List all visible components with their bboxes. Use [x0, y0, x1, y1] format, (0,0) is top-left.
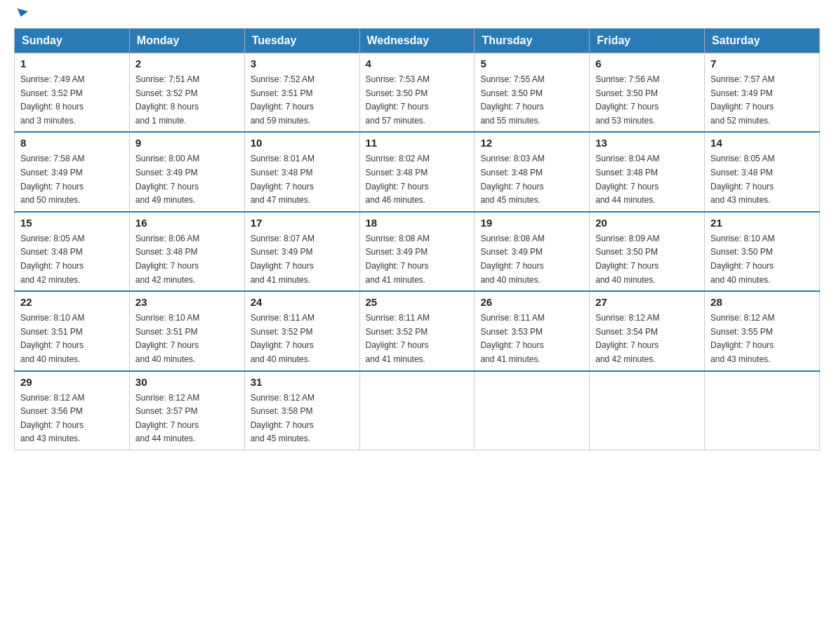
day-number: 24	[251, 296, 354, 308]
day-number: 9	[135, 137, 239, 149]
day-number: 6	[595, 58, 699, 69]
day-number: 11	[366, 137, 469, 149]
calendar-cell: 23 Sunrise: 8:10 AMSunset: 3:51 PMDaylig…	[129, 291, 244, 370]
day-info: Sunrise: 8:10 AMSunset: 3:51 PMDaylight:…	[135, 313, 199, 364]
calendar-cell	[359, 371, 475, 450]
day-info: Sunrise: 7:57 AMSunset: 3:49 PMDaylight:…	[710, 74, 774, 126]
day-number: 29	[20, 376, 124, 388]
calendar-cell: 6 Sunrise: 7:56 AMSunset: 3:50 PMDayligh…	[590, 53, 705, 133]
day-number: 30	[135, 376, 239, 388]
day-number: 1	[20, 58, 124, 69]
weekday-header-wednesday: Wednesday	[359, 29, 475, 53]
day-number: 28	[710, 296, 814, 308]
calendar-week-row: 8 Sunrise: 7:58 AMSunset: 3:49 PMDayligh…	[15, 132, 820, 211]
day-info: Sunrise: 8:12 AMSunset: 3:54 PMDaylight:…	[595, 313, 659, 364]
calendar-cell: 18 Sunrise: 8:08 AMSunset: 3:49 PMDaylig…	[359, 212, 475, 291]
day-info: Sunrise: 8:08 AMSunset: 3:49 PMDaylight:…	[480, 234, 544, 285]
calendar-cell: 29 Sunrise: 8:12 AMSunset: 3:56 PMDaylig…	[15, 371, 130, 450]
day-info: Sunrise: 8:04 AMSunset: 3:48 PMDaylight:…	[595, 154, 659, 205]
calendar-cell: 4 Sunrise: 7:53 AMSunset: 3:50 PMDayligh…	[359, 53, 475, 133]
calendar-cell: 9 Sunrise: 8:00 AMSunset: 3:49 PMDayligh…	[129, 132, 244, 211]
day-number: 2	[135, 58, 239, 69]
day-number: 12	[480, 137, 583, 149]
weekday-header-saturday: Saturday	[705, 29, 820, 53]
day-info: Sunrise: 8:05 AMSunset: 3:48 PMDaylight:…	[710, 154, 774, 205]
calendar-cell: 8 Sunrise: 7:58 AMSunset: 3:49 PMDayligh…	[15, 132, 130, 211]
day-info: Sunrise: 7:52 AMSunset: 3:51 PMDaylight:…	[251, 74, 315, 126]
weekday-header-monday: Monday	[129, 29, 244, 53]
day-number: 21	[710, 217, 814, 229]
calendar-cell	[475, 371, 590, 450]
day-info: Sunrise: 7:51 AMSunset: 3:52 PMDaylight:…	[135, 74, 199, 126]
calendar-cell: 10 Sunrise: 8:01 AMSunset: 3:48 PMDaylig…	[244, 132, 359, 211]
day-info: Sunrise: 8:06 AMSunset: 3:48 PMDaylight:…	[135, 234, 199, 285]
weekday-header-tuesday: Tuesday	[244, 29, 359, 53]
calendar-cell: 2 Sunrise: 7:51 AMSunset: 3:52 PMDayligh…	[129, 53, 244, 133]
calendar-cell: 16 Sunrise: 8:06 AMSunset: 3:48 PMDaylig…	[129, 212, 244, 291]
day-number: 10	[251, 137, 354, 149]
day-number: 14	[710, 137, 814, 149]
day-info: Sunrise: 7:53 AMSunset: 3:50 PMDaylight:…	[366, 74, 430, 126]
day-info: Sunrise: 7:58 AMSunset: 3:49 PMDaylight:…	[20, 154, 84, 205]
day-info: Sunrise: 8:12 AMSunset: 3:58 PMDaylight:…	[251, 393, 315, 444]
calendar-cell: 7 Sunrise: 7:57 AMSunset: 3:49 PMDayligh…	[705, 53, 820, 133]
calendar-table: SundayMondayTuesdayWednesdayThursdayFrid…	[14, 28, 820, 450]
calendar-cell: 17 Sunrise: 8:07 AMSunset: 3:49 PMDaylig…	[244, 212, 359, 291]
calendar-cell	[705, 371, 820, 450]
day-number: 31	[251, 376, 354, 388]
calendar-cell	[590, 371, 705, 450]
logo	[14, 14, 27, 17]
weekday-header-sunday: Sunday	[15, 29, 130, 53]
calendar-cell: 1 Sunrise: 7:49 AMSunset: 3:52 PMDayligh…	[15, 53, 130, 133]
day-number: 20	[595, 217, 699, 229]
calendar-cell: 31 Sunrise: 8:12 AMSunset: 3:58 PMDaylig…	[244, 371, 359, 450]
calendar-cell: 20 Sunrise: 8:09 AMSunset: 3:50 PMDaylig…	[590, 212, 705, 291]
day-info: Sunrise: 8:05 AMSunset: 3:48 PMDaylight:…	[20, 234, 84, 285]
calendar-cell: 14 Sunrise: 8:05 AMSunset: 3:48 PMDaylig…	[705, 132, 820, 211]
day-number: 26	[480, 296, 583, 308]
day-info: Sunrise: 8:12 AMSunset: 3:56 PMDaylight:…	[20, 393, 84, 444]
day-info: Sunrise: 7:56 AMSunset: 3:50 PMDaylight:…	[595, 74, 659, 126]
calendar-cell: 5 Sunrise: 7:55 AMSunset: 3:50 PMDayligh…	[475, 53, 590, 133]
day-info: Sunrise: 7:49 AMSunset: 3:52 PMDaylight:…	[20, 74, 84, 126]
day-number: 7	[710, 58, 814, 69]
calendar-cell: 22 Sunrise: 8:10 AMSunset: 3:51 PMDaylig…	[15, 291, 130, 370]
day-number: 27	[595, 296, 699, 308]
day-info: Sunrise: 8:07 AMSunset: 3:49 PMDaylight:…	[251, 234, 315, 285]
day-number: 13	[595, 137, 699, 149]
day-number: 3	[251, 58, 354, 69]
day-number: 8	[20, 137, 124, 149]
calendar-cell: 24 Sunrise: 8:11 AMSunset: 3:52 PMDaylig…	[244, 291, 359, 370]
day-number: 16	[135, 217, 239, 229]
day-info: Sunrise: 8:03 AMSunset: 3:48 PMDaylight:…	[480, 154, 544, 205]
page-header	[14, 14, 820, 17]
day-info: Sunrise: 8:10 AMSunset: 3:51 PMDaylight:…	[20, 313, 84, 364]
day-number: 5	[480, 58, 583, 69]
calendar-cell: 12 Sunrise: 8:03 AMSunset: 3:48 PMDaylig…	[475, 132, 590, 211]
calendar-week-row: 1 Sunrise: 7:49 AMSunset: 3:52 PMDayligh…	[15, 53, 820, 133]
day-info: Sunrise: 8:02 AMSunset: 3:48 PMDaylight:…	[366, 154, 430, 205]
day-number: 4	[366, 58, 469, 69]
calendar-cell: 19 Sunrise: 8:08 AMSunset: 3:49 PMDaylig…	[475, 212, 590, 291]
calendar-week-row: 29 Sunrise: 8:12 AMSunset: 3:56 PMDaylig…	[15, 371, 820, 450]
calendar-cell: 11 Sunrise: 8:02 AMSunset: 3:48 PMDaylig…	[359, 132, 475, 211]
day-info: Sunrise: 8:00 AMSunset: 3:49 PMDaylight:…	[135, 154, 199, 205]
calendar-cell: 26 Sunrise: 8:11 AMSunset: 3:53 PMDaylig…	[475, 291, 590, 370]
logo-arrow-icon	[16, 10, 27, 17]
day-info: Sunrise: 8:11 AMSunset: 3:53 PMDaylight:…	[480, 313, 544, 364]
calendar-cell: 21 Sunrise: 8:10 AMSunset: 3:50 PMDaylig…	[705, 212, 820, 291]
weekday-header-thursday: Thursday	[475, 29, 590, 53]
calendar-week-row: 22 Sunrise: 8:10 AMSunset: 3:51 PMDaylig…	[15, 291, 820, 370]
weekday-header-friday: Friday	[590, 29, 705, 53]
calendar-cell: 3 Sunrise: 7:52 AMSunset: 3:51 PMDayligh…	[244, 53, 359, 133]
day-info: Sunrise: 8:11 AMSunset: 3:52 PMDaylight:…	[251, 313, 315, 364]
day-number: 15	[20, 217, 124, 229]
day-number: 18	[366, 217, 469, 229]
day-info: Sunrise: 8:12 AMSunset: 3:57 PMDaylight:…	[135, 393, 199, 444]
calendar-cell: 25 Sunrise: 8:11 AMSunset: 3:52 PMDaylig…	[359, 291, 475, 370]
day-number: 23	[135, 296, 239, 308]
calendar-cell: 28 Sunrise: 8:12 AMSunset: 3:55 PMDaylig…	[705, 291, 820, 370]
calendar-week-row: 15 Sunrise: 8:05 AMSunset: 3:48 PMDaylig…	[15, 212, 820, 291]
day-info: Sunrise: 8:11 AMSunset: 3:52 PMDaylight:…	[366, 313, 430, 364]
day-number: 17	[251, 217, 354, 229]
